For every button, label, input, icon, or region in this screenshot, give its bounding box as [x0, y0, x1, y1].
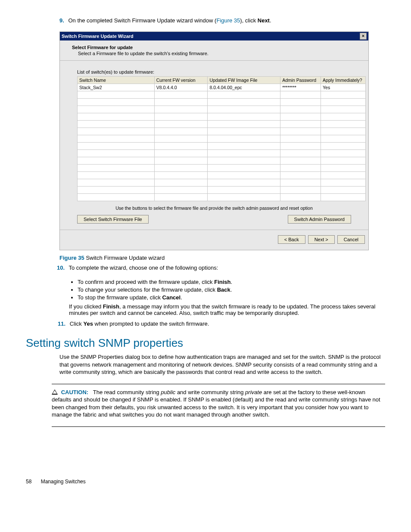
table-row [78, 157, 366, 165]
switch-admin-password-button[interactable]: Switch Admin Password [288, 215, 351, 224]
figure-caption-text: Switch Firmware Update wizard [84, 255, 165, 261]
next-button[interactable]: Next > [308, 235, 335, 244]
step-10-number: 10. [57, 264, 65, 271]
step-9-number: 9. [59, 17, 64, 24]
cancel-button[interactable]: Cancel [337, 235, 365, 244]
step-11-number: 11. [58, 320, 65, 327]
step-10-text: To complete the wizard, choose one of th… [68, 264, 218, 271]
table-row [78, 106, 366, 113]
step-10: 10. To complete the wizard, choose one o… [57, 264, 385, 271]
caution-label: CAUTION: [61, 389, 89, 395]
table-row [78, 135, 366, 143]
step-9-text-pre: On the completed Switch Firmware Update … [68, 17, 216, 24]
table-row [78, 187, 366, 194]
divider [52, 384, 385, 384]
switch-table: Switch Name Current FW version Updated F… [77, 76, 366, 201]
step-10-options: To confirm and proceed with the firmware… [78, 279, 385, 301]
cell-updated-file: 8.0.4.04.00_epc [208, 84, 280, 91]
switch-list-label: List of switch(es) to update firmware: [77, 69, 356, 75]
wizard-step-title: Select Firmware for update [72, 45, 356, 50]
table-row [78, 179, 366, 187]
cell-switch-name: Stack_Sw2 [78, 84, 155, 91]
col-switch-name: Switch Name [78, 77, 155, 84]
step-11: 11. Click Yes when prompted to update th… [58, 320, 385, 327]
section-body-snmp: Use the SNMP Properties dialog box to de… [59, 353, 385, 376]
table-row [78, 99, 366, 106]
step-9-bold: Next [258, 17, 270, 24]
instruction-hint: Use the buttons to select the firmware f… [72, 205, 356, 211]
table-row [78, 113, 366, 121]
step-9-text-mid: ), click [240, 17, 257, 24]
firmware-update-wizard-dialog: Switch Firmware Update Wizard × Select F… [59, 31, 369, 250]
select-firmware-file-button[interactable]: Select Switch Firmware File [77, 215, 149, 224]
step-10-note: If you clicked Finish, a message may inf… [69, 303, 385, 316]
table-header-row: Switch Name Current FW version Updated F… [78, 77, 366, 84]
col-current-version: Current FW version [154, 77, 208, 84]
option-finish: To confirm and proceed with the firmware… [78, 279, 385, 285]
cell-apply-immediately: Yes [321, 84, 366, 91]
table-row [78, 143, 366, 150]
col-admin-password: Admin Password [280, 77, 321, 84]
dialog-titlebar: Switch Firmware Update Wizard × [60, 32, 368, 40]
table-row[interactable]: Stack_Sw2 V8.0.4.4.0 8.0.4.04.00_epc ***… [78, 84, 366, 91]
table-row [78, 165, 366, 172]
table-row [78, 172, 366, 179]
table-row [78, 128, 366, 135]
table-row [78, 150, 366, 157]
figure-number: Figure 35 [59, 255, 84, 261]
cell-current-version: V8.0.4.4.0 [154, 84, 208, 91]
divider [52, 426, 385, 427]
step-9-text-post: . [270, 17, 271, 24]
back-button[interactable]: < Back [278, 235, 305, 244]
col-apply-immediately: Apply Immediately? [321, 77, 366, 84]
close-icon[interactable]: × [360, 33, 367, 40]
col-updated-file: Updated FW Image File [208, 77, 280, 84]
table-row [78, 194, 366, 201]
footer-title: Managing Switches [41, 479, 86, 485]
table-row [78, 91, 366, 99]
figure-35-caption: Figure 35 Switch Firmware Update wizard [59, 255, 385, 261]
page-footer: 58 Managing Switches [26, 479, 385, 485]
table-row [78, 121, 366, 128]
option-cancel: To stop the firmware update, click Cance… [78, 294, 385, 301]
caution-block: CAUTION: The read community string publi… [52, 389, 385, 419]
option-back: To change your selections for the firmwa… [78, 286, 385, 293]
step-9: 9. On the completed Switch Firmware Upda… [59, 17, 385, 24]
cell-admin-password: ******** [280, 84, 321, 91]
dialog-title: Switch Firmware Update Wizard [62, 34, 134, 39]
section-heading-snmp: Setting switch SNMP properties [26, 336, 385, 350]
wizard-step-subtitle: Select a Firmware file to update the swi… [78, 51, 356, 56]
page-number: 58 [26, 479, 31, 485]
figure-35-link[interactable]: Figure 35 [216, 17, 240, 24]
caution-icon [52, 389, 58, 395]
